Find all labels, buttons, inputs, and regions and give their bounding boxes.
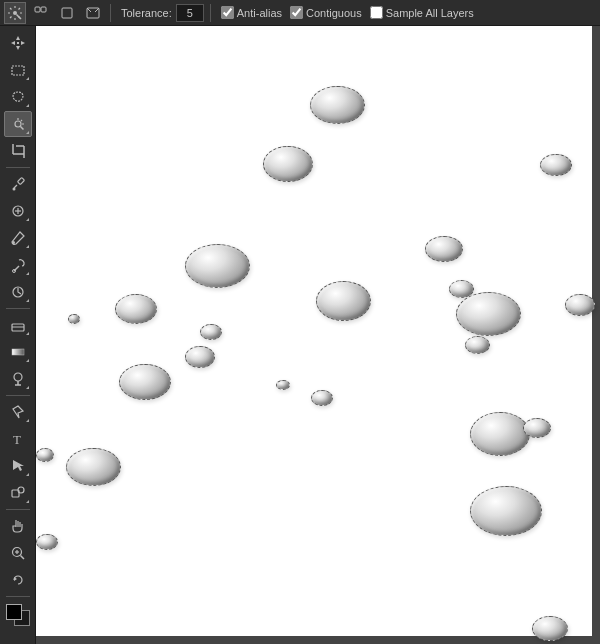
tool-dodge[interactable]: [4, 366, 32, 392]
svg-line-14: [87, 8, 91, 12]
tool-clone[interactable]: [4, 252, 32, 278]
svg-line-4: [10, 8, 12, 10]
main-area: T: [0, 26, 600, 644]
toolbar-icon-2[interactable]: [30, 2, 52, 24]
droplet-11: [185, 346, 215, 368]
droplet-20: [470, 486, 542, 536]
droplet-19: [36, 448, 54, 462]
droplet-6: [316, 281, 371, 321]
antialias-checkbox[interactable]: [221, 6, 234, 19]
sidebar-sep-5: [6, 596, 30, 597]
canvas-area[interactable]: [36, 26, 600, 644]
tool-rotate[interactable]: [4, 567, 32, 593]
sidebar-sep-3: [6, 395, 30, 396]
droplet-16: [470, 412, 530, 456]
sample-all-label: Sample All Layers: [386, 7, 474, 19]
sample-all-group: Sample All Layers: [370, 6, 474, 19]
droplet-22: [36, 534, 58, 550]
toolbar-separator-1: [110, 4, 111, 22]
toolbar-icon-4[interactable]: [82, 2, 104, 24]
svg-marker-19: [21, 41, 25, 45]
droplet-2: [540, 154, 572, 176]
tool-path-select[interactable]: [4, 453, 32, 479]
svg-rect-31: [17, 177, 24, 184]
contiguous-checkbox[interactable]: [290, 6, 303, 19]
tool-marquee-rect[interactable]: [4, 57, 32, 83]
svg-point-44: [14, 373, 22, 381]
droplet-10: [68, 314, 80, 324]
toolbar-separator-2: [210, 4, 211, 22]
foreground-color-swatch[interactable]: [6, 604, 22, 620]
toolbar: Tolerance: Anti-alias Contiguous Sample …: [0, 0, 600, 26]
svg-point-8: [13, 11, 17, 15]
svg-line-9: [17, 14, 22, 19]
sidebar-sep-2: [6, 308, 30, 309]
tool-quick-select[interactable]: [4, 111, 32, 137]
svg-line-6: [19, 8, 21, 10]
tool-lasso[interactable]: [4, 84, 32, 110]
svg-point-25: [15, 121, 21, 127]
tool-pen[interactable]: [4, 399, 32, 425]
svg-line-23: [21, 120, 22, 121]
svg-point-33: [12, 188, 15, 191]
tool-history[interactable]: [4, 279, 32, 305]
svg-rect-20: [17, 42, 19, 44]
tolerance-label: Tolerance:: [121, 7, 172, 19]
svg-rect-43: [12, 349, 24, 355]
svg-marker-18: [11, 41, 15, 45]
svg-line-26: [20, 127, 23, 130]
toolbar-icon-3[interactable]: [56, 2, 78, 24]
tool-brush[interactable]: [4, 225, 32, 251]
droplet-9: [200, 324, 222, 340]
color-swatches[interactable]: [4, 602, 32, 628]
tool-move[interactable]: [4, 30, 32, 56]
svg-point-37: [12, 241, 15, 244]
droplet-7: [456, 292, 521, 336]
svg-rect-21: [12, 66, 24, 75]
tool-hand[interactable]: [4, 513, 32, 539]
tool-healing[interactable]: [4, 198, 32, 224]
tool-eyedropper[interactable]: [4, 171, 32, 197]
svg-line-32: [14, 185, 17, 188]
svg-text:T: T: [13, 432, 21, 447]
antialias-label: Anti-alias: [237, 7, 282, 19]
svg-line-15: [95, 8, 99, 12]
sample-all-checkbox[interactable]: [370, 6, 383, 19]
droplet-4: [425, 236, 463, 262]
droplet-8: [115, 294, 157, 324]
sidebar-sep-4: [6, 509, 30, 510]
antialias-group: Anti-alias: [221, 6, 282, 19]
contiguous-label: Contiguous: [306, 7, 362, 19]
svg-line-7: [10, 16, 12, 18]
droplet-23: [565, 294, 595, 316]
droplet-1: [263, 146, 313, 182]
droplet-12: [276, 380, 290, 390]
droplet-15: [465, 336, 490, 354]
droplet-13: [119, 364, 171, 400]
tool-eraser[interactable]: [4, 312, 32, 338]
droplet-3: [185, 244, 250, 288]
svg-marker-16: [16, 36, 20, 40]
tolerance-input[interactable]: [176, 4, 204, 22]
droplet-21: [532, 616, 568, 641]
vertical-scrollbar[interactable]: [592, 26, 600, 644]
droplet-17: [523, 418, 551, 438]
droplet-18: [66, 448, 121, 486]
droplet-0: [310, 86, 365, 124]
tool-crop[interactable]: [4, 138, 32, 164]
contiguous-group: Contiguous: [290, 6, 362, 19]
tool-zoom[interactable]: [4, 540, 32, 566]
svg-rect-11: [41, 7, 46, 12]
tool-shape[interactable]: [4, 480, 32, 506]
svg-marker-17: [16, 46, 20, 50]
sidebar-sep-1: [6, 167, 30, 168]
tools-sidebar: T: [0, 26, 36, 644]
svg-line-51: [20, 556, 24, 560]
horizontal-scrollbar[interactable]: [36, 636, 600, 644]
tool-gradient[interactable]: [4, 339, 32, 365]
droplet-14: [311, 390, 333, 406]
svg-rect-10: [35, 7, 40, 12]
magic-wand-toolbar-icon[interactable]: [4, 2, 26, 24]
tool-text[interactable]: T: [4, 426, 32, 452]
svg-rect-12: [62, 8, 72, 18]
